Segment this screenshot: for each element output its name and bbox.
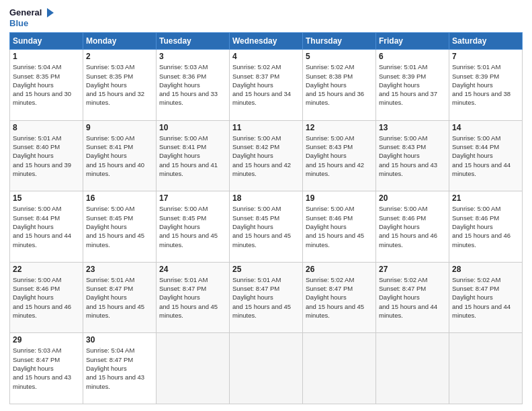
day-cell-17: 17Sunrise: 5:00 AMSunset: 8:45 PMDayligh…	[157, 191, 230, 263]
day-number: 25	[232, 265, 300, 274]
day-cell-25: 25Sunrise: 5:01 AMSunset: 8:47 PMDayligh…	[230, 262, 303, 333]
day-info: Sunrise: 5:02 AMSunset: 8:47 PMDaylight …	[306, 275, 373, 320]
day-cell-8: 8Sunrise: 5:01 AMSunset: 8:40 PMDaylight…	[10, 120, 83, 191]
day-number: 26	[306, 265, 373, 274]
day-info: Sunrise: 5:00 AMSunset: 8:44 PMDaylight …	[452, 134, 519, 178]
day-info: Sunrise: 5:02 AMSunset: 8:47 PMDaylight …	[379, 275, 446, 320]
day-info: Sunrise: 5:01 AMSunset: 8:40 PMDaylight …	[13, 134, 80, 178]
day-number: 4	[232, 52, 300, 61]
calendar-week-4: 22Sunrise: 5:00 AMSunset: 8:46 PMDayligh…	[10, 262, 523, 333]
day-cell-11: 11Sunrise: 5:00 AMSunset: 8:42 PMDayligh…	[230, 120, 303, 191]
day-info: Sunrise: 5:03 AMSunset: 8:36 PMDaylight …	[159, 62, 226, 107]
day-cell-26: 26Sunrise: 5:02 AMSunset: 8:47 PMDayligh…	[303, 262, 376, 333]
day-info: Sunrise: 5:02 AMSunset: 8:47 PMDaylight …	[452, 275, 519, 320]
day-info: Sunrise: 5:01 AMSunset: 8:47 PMDaylight …	[86, 275, 153, 320]
day-cell-13: 13Sunrise: 5:00 AMSunset: 8:43 PMDayligh…	[376, 120, 449, 191]
day-number: 7	[452, 52, 519, 61]
day-info: Sunrise: 5:03 AMSunset: 8:35 PMDaylight …	[86, 62, 153, 107]
day-cell-3: 3Sunrise: 5:03 AMSunset: 8:36 PMDaylight…	[157, 50, 230, 121]
day-cell-15: 15Sunrise: 5:00 AMSunset: 8:44 PMDayligh…	[10, 191, 83, 263]
day-info: Sunrise: 5:00 AMSunset: 8:45 PMDaylight …	[86, 204, 153, 248]
day-number: 28	[452, 265, 519, 274]
day-cell-18: 18Sunrise: 5:00 AMSunset: 8:45 PMDayligh…	[230, 191, 303, 263]
day-number: 12	[306, 123, 373, 132]
day-number: 5	[306, 52, 373, 61]
weekday-header-monday: Monday	[83, 33, 157, 50]
empty-cell	[157, 333, 230, 404]
day-number: 24	[159, 265, 226, 274]
weekday-header-wednesday: Wednesday	[230, 33, 303, 50]
day-number: 2	[86, 52, 153, 61]
page-header: General Blue	[9, 7, 523, 28]
day-number: 18	[232, 193, 300, 203]
day-cell-6: 6Sunrise: 5:01 AMSunset: 8:39 PMDaylight…	[376, 50, 449, 121]
day-info: Sunrise: 5:01 AMSunset: 8:39 PMDaylight …	[379, 62, 446, 107]
day-cell-9: 9Sunrise: 5:00 AMSunset: 8:41 PMDaylight…	[83, 120, 157, 191]
logo-blue: Blue	[9, 19, 55, 28]
empty-cell	[303, 333, 376, 404]
weekday-header-row: SundayMondayTuesdayWednesdayThursdayFrid…	[10, 33, 523, 50]
day-number: 23	[86, 265, 153, 274]
day-cell-29: 29Sunrise: 5:03 AMSunset: 8:47 PMDayligh…	[10, 333, 83, 404]
weekday-header-saturday: Saturday	[449, 33, 523, 50]
day-cell-10: 10Sunrise: 5:00 AMSunset: 8:41 PMDayligh…	[157, 120, 230, 191]
day-cell-2: 2Sunrise: 5:03 AMSunset: 8:35 PMDaylight…	[83, 50, 157, 121]
day-info: Sunrise: 5:01 AMSunset: 8:39 PMDaylight …	[452, 62, 519, 107]
day-cell-27: 27Sunrise: 5:02 AMSunset: 8:47 PMDayligh…	[376, 262, 449, 333]
calendar-week-5: 29Sunrise: 5:03 AMSunset: 8:47 PMDayligh…	[10, 333, 523, 404]
day-number: 9	[86, 123, 153, 132]
day-cell-24: 24Sunrise: 5:01 AMSunset: 8:47 PMDayligh…	[157, 262, 230, 333]
day-cell-28: 28Sunrise: 5:02 AMSunset: 8:47 PMDayligh…	[449, 262, 523, 333]
day-info: Sunrise: 5:02 AMSunset: 8:38 PMDaylight …	[306, 62, 373, 107]
day-cell-23: 23Sunrise: 5:01 AMSunset: 8:47 PMDayligh…	[83, 262, 157, 333]
day-number: 21	[452, 193, 519, 203]
day-number: 1	[13, 52, 80, 61]
day-info: Sunrise: 5:04 AMSunset: 8:35 PMDaylight …	[13, 62, 80, 107]
day-info: Sunrise: 5:01 AMSunset: 8:47 PMDaylight …	[232, 275, 300, 320]
day-info: Sunrise: 5:02 AMSunset: 8:37 PMDaylight …	[232, 62, 300, 107]
logo-general: General	[9, 8, 42, 17]
day-info: Sunrise: 5:00 AMSunset: 8:46 PMDaylight …	[13, 275, 80, 320]
day-info: Sunrise: 5:00 AMSunset: 8:43 PMDaylight …	[306, 134, 373, 178]
day-info: Sunrise: 5:00 AMSunset: 8:45 PMDaylight …	[159, 204, 226, 248]
day-info: Sunrise: 5:00 AMSunset: 8:45 PMDaylight …	[232, 204, 300, 248]
day-number: 11	[232, 123, 300, 132]
day-info: Sunrise: 5:01 AMSunset: 8:47 PMDaylight …	[159, 275, 226, 320]
svg-marker-0	[47, 8, 54, 17]
day-info: Sunrise: 5:03 AMSunset: 8:47 PMDaylight …	[13, 346, 80, 390]
calendar-week-1: 1Sunrise: 5:04 AMSunset: 8:35 PMDaylight…	[10, 50, 523, 121]
day-number: 29	[13, 335, 80, 345]
day-info: Sunrise: 5:00 AMSunset: 8:41 PMDaylight …	[86, 134, 153, 178]
weekday-header-thursday: Thursday	[303, 33, 376, 50]
day-number: 22	[13, 265, 80, 274]
empty-cell	[449, 333, 523, 404]
day-number: 16	[86, 193, 153, 203]
day-number: 3	[159, 52, 226, 61]
calendar-week-2: 8Sunrise: 5:01 AMSunset: 8:40 PMDaylight…	[10, 120, 523, 191]
day-cell-5: 5Sunrise: 5:02 AMSunset: 8:38 PMDaylight…	[303, 50, 376, 121]
day-number: 8	[13, 123, 80, 132]
day-info: Sunrise: 5:00 AMSunset: 8:46 PMDaylight …	[452, 204, 519, 248]
day-number: 6	[379, 52, 446, 61]
day-cell-16: 16Sunrise: 5:00 AMSunset: 8:45 PMDayligh…	[83, 191, 157, 263]
day-cell-14: 14Sunrise: 5:00 AMSunset: 8:44 PMDayligh…	[449, 120, 523, 191]
day-number: 10	[159, 123, 226, 132]
day-info: Sunrise: 5:00 AMSunset: 8:46 PMDaylight …	[306, 204, 373, 248]
logo-container: General Blue	[9, 7, 55, 28]
day-cell-20: 20Sunrise: 5:00 AMSunset: 8:46 PMDayligh…	[376, 191, 449, 263]
day-number: 14	[452, 123, 519, 132]
day-info: Sunrise: 5:00 AMSunset: 8:46 PMDaylight …	[379, 204, 446, 248]
day-number: 15	[13, 193, 80, 203]
day-number: 17	[159, 193, 226, 203]
day-number: 30	[86, 335, 153, 345]
day-number: 19	[306, 193, 373, 203]
day-info: Sunrise: 5:00 AMSunset: 8:43 PMDaylight …	[379, 134, 446, 178]
day-cell-12: 12Sunrise: 5:00 AMSunset: 8:43 PMDayligh…	[303, 120, 376, 191]
day-cell-30: 30Sunrise: 5:04 AMSunset: 8:47 PMDayligh…	[83, 333, 157, 404]
day-info: Sunrise: 5:00 AMSunset: 8:41 PMDaylight …	[159, 134, 226, 178]
calendar-table: SundayMondayTuesdayWednesdayThursdayFrid…	[9, 32, 523, 404]
day-cell-7: 7Sunrise: 5:01 AMSunset: 8:39 PMDaylight…	[449, 50, 523, 121]
calendar-week-3: 15Sunrise: 5:00 AMSunset: 8:44 PMDayligh…	[10, 191, 523, 263]
day-number: 27	[379, 265, 446, 274]
day-cell-22: 22Sunrise: 5:00 AMSunset: 8:46 PMDayligh…	[10, 262, 83, 333]
